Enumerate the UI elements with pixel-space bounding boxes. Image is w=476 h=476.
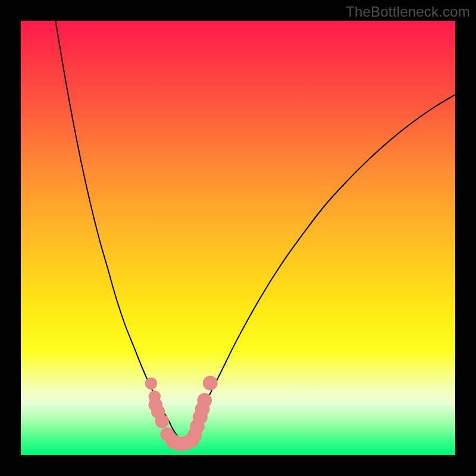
plot-area [21,21,455,455]
curve-right-branch [181,95,455,442]
chart-frame: TheBottleneck.com [0,0,476,476]
marker-point [155,414,169,428]
curve-layer [55,21,455,442]
watermark-text: TheBottleneck.com [346,4,470,20]
marker-layer [145,375,218,451]
chart-svg [21,21,455,455]
marker-point [145,377,157,389]
curve-left-branch [55,21,181,442]
marker-point [197,393,212,408]
marker-point [203,375,218,390]
